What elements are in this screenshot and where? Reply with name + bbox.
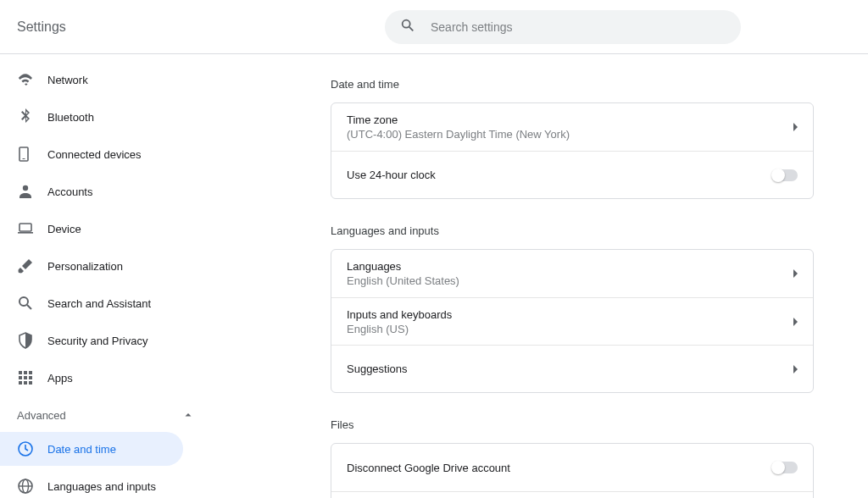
- row-inputs-keyboards[interactable]: Inputs and keyboards English (US): [331, 297, 813, 345]
- row-label: Languages: [347, 260, 793, 273]
- sidebar-item-label: Date and time: [47, 443, 116, 456]
- section-title-files: Files: [331, 418, 814, 431]
- row-label: Use 24-hour clock: [347, 169, 772, 181]
- search-input[interactable]: [431, 20, 726, 34]
- sidebar-item-label: Device: [47, 223, 81, 235]
- section-title-date-time: Date and time: [331, 78, 814, 91]
- card-languages: Languages English (United States) Inputs…: [331, 249, 814, 393]
- sidebar-item-languages-inputs[interactable]: Languages and inputs: [0, 469, 212, 498]
- toggle-24hour[interactable]: [772, 169, 798, 181]
- search-icon: [17, 295, 34, 312]
- row-label: Suggestions: [347, 362, 793, 375]
- chevron-right-icon: [793, 365, 798, 374]
- page-title: Settings: [17, 19, 66, 35]
- sidebar-item-label: Connected devices: [47, 148, 142, 161]
- clock-icon: [17, 440, 34, 457]
- sidebar-item-label: Search and Assistant: [47, 297, 151, 310]
- row-label: Inputs and keyboards: [347, 308, 793, 321]
- sidebar-item-date-time[interactable]: Date and time: [0, 432, 183, 466]
- row-disconnect-drive[interactable]: Disconnect Google Drive account: [331, 444, 813, 491]
- sidebar: Network Bluetooth Connected devices Acco…: [0, 54, 212, 498]
- row-label: Disconnect Google Drive account: [347, 462, 772, 474]
- sidebar-item-personalization[interactable]: Personalization: [0, 249, 212, 283]
- person-icon: [17, 183, 34, 200]
- sidebar-item-label: Accounts: [47, 185, 92, 198]
- sidebar-item-label: Personalization: [47, 260, 123, 273]
- section-title-languages: Languages and inputs: [331, 224, 814, 237]
- sidebar-section-advanced[interactable]: Advanced: [0, 398, 212, 432]
- sidebar-item-label: Security and Privacy: [47, 335, 148, 347]
- sidebar-item-device[interactable]: Device: [0, 212, 212, 246]
- sidebar-item-label: Network: [47, 74, 88, 86]
- sidebar-item-network[interactable]: Network: [0, 63, 212, 97]
- row-sublabel: English (United States): [347, 274, 793, 287]
- chevron-right-icon: [793, 318, 798, 326]
- search-box[interactable]: [385, 10, 741, 44]
- caret-up-icon: [180, 407, 197, 423]
- search-icon: [400, 18, 415, 36]
- globe-icon: [17, 478, 34, 495]
- row-suggestions[interactable]: Suggestions: [331, 345, 813, 392]
- row-network-file-shares[interactable]: Network file shares: [331, 491, 813, 498]
- sidebar-item-label: Bluetooth: [47, 111, 94, 124]
- apps-icon: [17, 369, 34, 386]
- sidebar-item-bluetooth[interactable]: Bluetooth: [0, 100, 212, 134]
- row-label: Time zone: [347, 113, 793, 126]
- shield-icon: [17, 332, 34, 349]
- sidebar-item-search-assistant[interactable]: Search and Assistant: [0, 286, 212, 320]
- devices-icon: [17, 146, 34, 163]
- sidebar-item-label: Apps: [47, 372, 73, 385]
- row-sublabel: English (US): [347, 323, 793, 335]
- bluetooth-icon: [17, 108, 34, 125]
- app-header: Settings: [0, 0, 868, 54]
- brush-icon: [17, 257, 34, 274]
- row-languages[interactable]: Languages English (United States): [331, 250, 813, 297]
- row-24hour-clock[interactable]: Use 24-hour clock: [331, 151, 813, 198]
- toggle-disconnect-drive[interactable]: [772, 462, 798, 473]
- sidebar-item-accounts[interactable]: Accounts: [0, 174, 212, 208]
- card-files: Disconnect Google Drive account Network …: [331, 443, 814, 498]
- sidebar-item-connected-devices[interactable]: Connected devices: [0, 137, 212, 171]
- chevron-right-icon: [793, 123, 798, 131]
- sidebar-item-apps[interactable]: Apps: [0, 361, 212, 395]
- sidebar-item-security-privacy[interactable]: Security and Privacy: [0, 324, 212, 357]
- row-time-zone[interactable]: Time zone (UTC-4:00) Eastern Daylight Ti…: [331, 103, 813, 151]
- sidebar-item-label: Languages and inputs: [47, 480, 156, 493]
- laptop-icon: [17, 220, 34, 237]
- settings-content: Date and time Time zone (UTC-4:00) Easte…: [212, 54, 868, 498]
- row-sublabel: (UTC-4:00) Eastern Daylight Time (New Yo…: [347, 128, 793, 141]
- chevron-right-icon: [793, 269, 798, 278]
- wifi-icon: [17, 71, 34, 88]
- advanced-label: Advanced: [17, 409, 66, 422]
- card-date-time: Time zone (UTC-4:00) Eastern Daylight Ti…: [331, 102, 814, 199]
